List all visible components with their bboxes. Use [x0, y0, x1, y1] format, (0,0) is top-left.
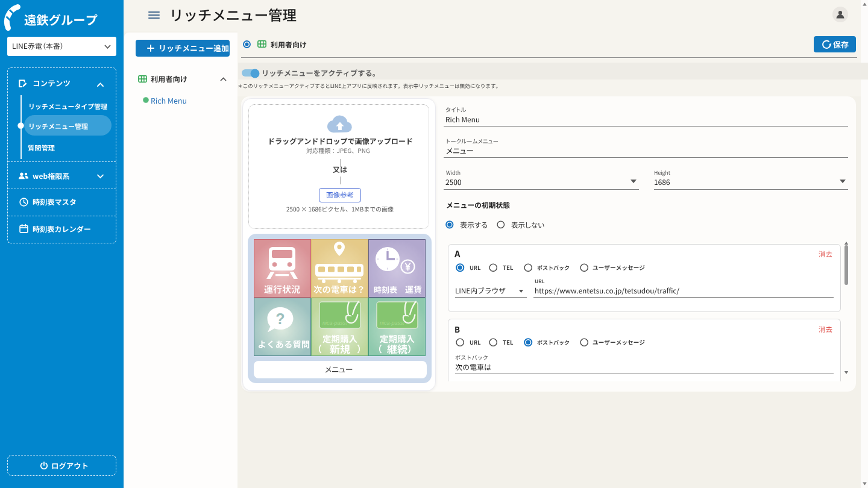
svg-text:nica-pass!: nica-pass!	[380, 320, 405, 326]
svg-text:nica-pass!: nica-pass!	[322, 320, 348, 326]
svg-text:?: ?	[275, 310, 285, 327]
